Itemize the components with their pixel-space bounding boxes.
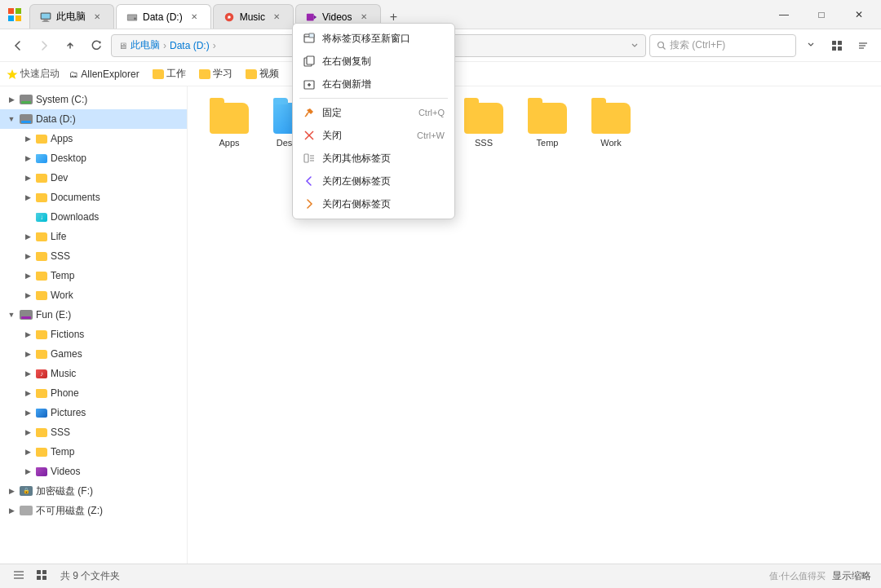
folder-dev-icon [36,174,47,183]
folder-work-icon [36,291,47,300]
menu-item-duplicate-right[interactable]: 在右侧复制 [293,50,454,73]
quick-item-allexplorer[interactable]: 🗂 AllenExplorer [66,67,142,82]
svg-rect-29 [37,570,41,574]
back-button[interactable] [7,34,29,57]
expand-documents[interactable]: ▶ [23,193,33,201]
start-icon[interactable] [0,8,29,21]
expand-fictions[interactable]: ▶ [23,330,33,338]
sidebar-item-temp2[interactable]: ▶ Temp [0,442,187,462]
tab-music[interactable]: ♪ Music ✕ [213,4,294,29]
svg-rect-14 [307,13,314,20]
sidebar-item-phone[interactable]: ▶ Phone [0,383,187,403]
expand-sss2[interactable]: ▶ [23,428,33,436]
expand-temp2[interactable]: ▶ [23,448,33,456]
folder-apps-lg-icon [210,103,249,134]
sidebar-item-life[interactable]: ▶ Life [0,227,187,246]
sidebar-item-fun-e[interactable]: ▼ Fun (E:) [0,305,187,325]
quick-item-work[interactable]: 工作 [149,65,189,82]
sidebar-item-pictures[interactable]: ▶ Pictures [0,403,187,422]
sidebar-item-downloads[interactable]: ▶ ↓ Downloads [0,207,187,227]
sidebar-item-system-c[interactable]: ▶ System (C:) [0,90,187,109]
expand-fun-e[interactable]: ▼ [7,311,16,319]
view-mode[interactable]: 显示缩略 [832,569,871,583]
expand-music[interactable]: ▶ [23,369,33,378]
close-button[interactable]: ✕ [840,0,878,29]
expand-pictures[interactable]: ▶ [23,409,33,417]
tab-data-d-close[interactable]: ✕ [188,11,201,24]
expand-life[interactable]: ▶ [23,232,33,241]
quick-item-study[interactable]: 学习 [196,65,236,82]
sidebar-item-games[interactable]: ▶ Games [0,344,187,364]
sidebar-item-encrypt-f[interactable]: ▶ 🔒 加密磁盘 (F:) [0,481,187,501]
sort-button[interactable] [852,34,874,57]
expand-system-c[interactable]: ▶ [7,95,16,104]
sidebar-item-dev[interactable]: ▶ Dev [0,168,187,188]
menu-label-open-right: 在右侧新增 [322,77,371,91]
expand-games[interactable]: ▶ [23,350,33,358]
sidebar-label-dev: Dev [51,172,68,183]
tab-computer[interactable]: 此电脑 ✕ [29,4,114,29]
sidebar-item-desktop[interactable]: ▶ Desktop [0,148,187,168]
sidebar-item-sss2[interactable]: ▶ SSS [0,422,187,442]
tab-computer-close[interactable]: ✕ [91,11,104,24]
address-dropdown[interactable] [631,40,639,51]
expand-encrypt-f[interactable]: ▶ [7,487,16,495]
menu-item-close-right[interactable]: 关闭右侧标签页 [293,192,454,215]
sidebar-item-unavail-z[interactable]: ▶ 不可用磁盘 (Z:) [0,501,187,520]
expand-temp[interactable]: ▶ [23,272,33,280]
menu-item-close[interactable]: 关闭 Ctrl+W [293,124,454,147]
expand-data-d[interactable]: ▼ [7,115,16,123]
sidebar-label-encrypt-f: 加密磁盘 (F:) [36,484,93,498]
sidebar-label-phone: Phone [51,387,79,399]
search-bar[interactable]: 搜索 (Ctrl+F) [649,34,796,57]
menu-item-move-new-window[interactable]: 将标签页移至新窗口 [293,27,454,50]
sidebar-item-work[interactable]: ▶ Work [0,285,187,305]
menu-item-close-others[interactable]: 关闭其他标签页 [293,147,454,170]
star-icon [7,69,18,80]
search-options-button[interactable] [799,34,822,57]
drive-z-icon [20,506,33,515]
sidebar-item-fictions[interactable]: ▶ Fictions [0,325,187,344]
maximize-button[interactable]: □ [803,0,840,29]
tab-music-close[interactable]: ✕ [270,11,283,24]
forward-button[interactable] [33,34,55,57]
tab-videos-close[interactable]: ✕ [357,11,370,24]
up-button[interactable] [59,34,82,57]
svg-rect-2 [8,15,14,21]
menu-item-open-right[interactable]: 在右侧新增 [293,73,454,95]
folder-temp-lg-icon [528,103,567,134]
expand-unavail-z[interactable]: ▶ [7,506,16,515]
quick-item-video[interactable]: 视频 [242,65,282,82]
expand-desktop[interactable]: ▶ [23,154,33,162]
sidebar-item-temp[interactable]: ▶ Temp [0,266,187,285]
sidebar-item-data-d[interactable]: ▼ Data (D:) [0,109,187,129]
expand-apps[interactable]: ▶ [23,135,33,143]
expand-sss[interactable]: ▶ [23,252,33,260]
svg-rect-6 [43,20,47,20]
tab-data-d[interactable]: Data (D:) ✕ [116,4,211,29]
study-folder-icon [199,69,210,79]
menu-item-pin[interactable]: 固定 Ctrl+Q [293,101,454,124]
expand-videos[interactable]: ▶ [23,467,33,475]
sidebar-item-documents[interactable]: ▶ Documents [0,188,187,207]
sidebar: ▶ System (C:) ▼ Data (D:) ▶ Apps ▶ Deskt… [0,86,188,564]
folder-games-icon [36,350,47,359]
folder-item-apps[interactable]: Apps [201,99,258,152]
view-toggle-button[interactable] [826,34,848,57]
search-placeholder: 搜索 (Ctrl+F) [670,38,725,52]
layout-button2[interactable] [33,568,51,585]
sidebar-item-videos[interactable]: ▶ Videos [0,462,187,481]
expand-phone[interactable]: ▶ [23,389,33,397]
expand-work[interactable]: ▶ [23,291,33,299]
refresh-button[interactable] [85,34,108,57]
folder-item-temp[interactable]: Temp [519,99,576,152]
minimize-button[interactable]: — [765,0,803,29]
layout-button1[interactable] [10,568,28,585]
folder-item-work[interactable]: Work [582,99,640,152]
expand-dev[interactable]: ▶ [23,174,33,182]
sidebar-item-sss[interactable]: ▶ SSS [0,246,187,266]
sidebar-item-music[interactable]: ▶ ♪ Music [0,364,187,383]
sidebar-item-apps[interactable]: ▶ Apps [0,129,187,148]
folder-item-sss[interactable]: SSS [455,99,512,152]
menu-item-close-left[interactable]: 关闭左侧标签页 [293,170,454,192]
